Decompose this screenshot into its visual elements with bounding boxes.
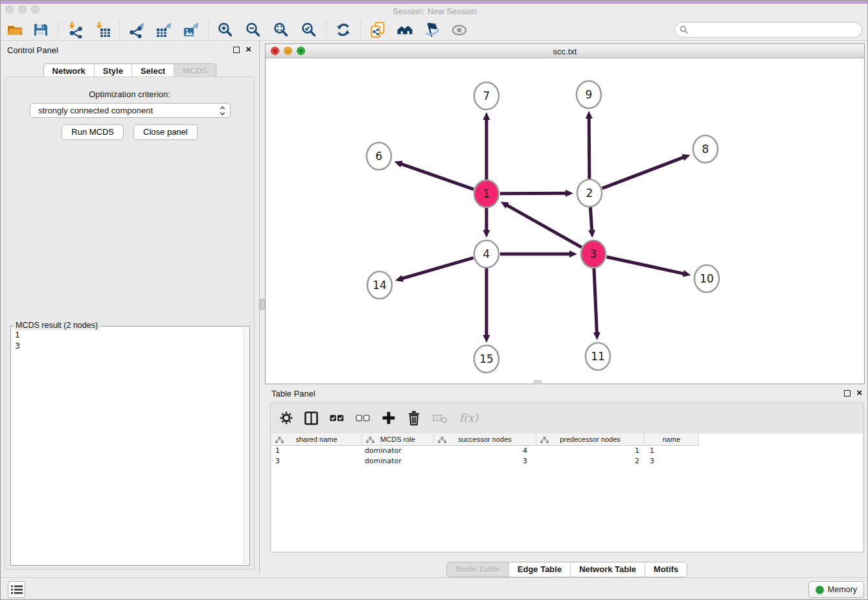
task-history-button[interactable]: [8, 581, 25, 598]
graph-node-8[interactable]: 8: [693, 135, 718, 163]
add-column-icon[interactable]: [382, 411, 396, 425]
first-neighbors-icon[interactable]: [396, 21, 413, 38]
gear-icon[interactable]: [280, 411, 293, 424]
zoom-out-icon[interactable]: [245, 21, 262, 38]
criterion-dropdown[interactable]: strongly connected component: [30, 103, 231, 118]
graph-node-6[interactable]: 6: [367, 143, 391, 170]
graph-edge-3-11[interactable]: [594, 268, 597, 334]
import-network-icon[interactable]: [67, 21, 84, 38]
vertical-splitter-handle[interactable]: [260, 299, 265, 310]
tab-motifs[interactable]: Motifs: [645, 562, 687, 577]
svg-text:4: 4: [483, 248, 490, 260]
tab-edge-table[interactable]: Edge Table: [508, 562, 570, 577]
delete-column-icon[interactable]: [407, 411, 420, 426]
app-window: Session: New Session: [0, 0, 868, 600]
memory-label: Memory: [828, 585, 857, 594]
graph-edge-2-8[interactable]: [602, 157, 685, 188]
dropdown-stepper-icon: [220, 106, 225, 116]
export-network-icon[interactable]: [128, 21, 145, 38]
close-panel-icon[interactable]: ×: [246, 43, 251, 55]
column-header-mcds-role[interactable]: MCDS role: [362, 433, 434, 446]
import-table-icon[interactable]: [94, 21, 111, 38]
graph-edge-arrowhead: [394, 161, 403, 167]
export-image-icon[interactable]: [183, 21, 200, 38]
graph-edge-arrowhead: [483, 230, 490, 238]
graph-node-15[interactable]: 15: [474, 345, 499, 373]
graph-edge-2-3[interactable]: [590, 207, 591, 231]
column-chooser-icon[interactable]: [304, 411, 318, 425]
search-input[interactable]: [674, 22, 862, 38]
list-icon: [10, 584, 23, 595]
mcds-result-text[interactable]: 1 3: [15, 329, 20, 351]
column-header-predecessor-nodes[interactable]: predecessor nodes: [536, 433, 645, 446]
table-header-row: shared name MCDS role successor nodes pr…: [271, 433, 863, 446]
run-mcds-button[interactable]: Run MCDS: [62, 124, 124, 140]
table-row[interactable]: 1 dominator 4 1 1: [271, 446, 863, 456]
graphics-details-icon[interactable]: [451, 21, 468, 38]
graph-node-3[interactable]: 3: [581, 240, 606, 268]
graph-edge-arrowhead: [593, 332, 600, 340]
zoom-fit-icon[interactable]: [273, 21, 290, 38]
graph-node-1[interactable]: 1: [474, 180, 499, 207]
function-builder-icon[interactable]: f(x): [459, 411, 478, 424]
graph-node-7[interactable]: 7: [474, 82, 499, 110]
column-header-name[interactable]: name: [645, 433, 699, 446]
float-panel-icon[interactable]: [233, 47, 240, 53]
titlebar: Session: New Session: [1, 1, 868, 19]
graph-edge-3-1[interactable]: [506, 205, 581, 248]
control-panel-title: Control Panel: [7, 45, 58, 55]
zoom-in-icon[interactable]: [217, 21, 234, 38]
graph-edge-4-14[interactable]: [402, 258, 474, 279]
result-line: 1: [15, 329, 20, 340]
network-window-titlebar[interactable]: ✕ − + scc.txt: [266, 44, 864, 58]
graph-node-14[interactable]: 14: [367, 271, 392, 299]
table-tabs: Node Table Edge Table Network Table Moti…: [265, 562, 868, 577]
control-panel-header: Control Panel ×: [1, 41, 259, 59]
close-table-panel-icon[interactable]: ×: [856, 387, 862, 398]
clone-network-icon[interactable]: [369, 21, 386, 38]
graph-edge-arrowhead: [588, 230, 595, 238]
column-header-successor-nodes[interactable]: successor nodes: [434, 433, 536, 446]
graph-node-9[interactable]: 9: [577, 81, 601, 108]
search-field: [674, 22, 862, 38]
svg-text:11: 11: [591, 350, 605, 363]
float-table-panel-icon[interactable]: [844, 390, 851, 397]
graph-edge-1-6[interactable]: [400, 164, 474, 190]
graph-node-2[interactable]: 2: [577, 179, 602, 207]
graph-node-10[interactable]: 10: [694, 265, 719, 292]
criterion-value: strongly connected component: [38, 106, 153, 115]
node-table: shared name MCDS role successor nodes pr…: [271, 433, 863, 551]
column-header-shared-name[interactable]: shared name: [271, 433, 362, 446]
table-toolbar: f(x): [271, 403, 863, 433]
deselect-all-icon[interactable]: [356, 412, 370, 424]
zoom-selected-icon[interactable]: [301, 21, 317, 38]
tab-node-table[interactable]: Node Table: [447, 562, 508, 577]
graph-node-11[interactable]: 11: [586, 343, 610, 370]
graph-edge-arrowhead: [483, 112, 490, 120]
apply-preferred-layout-icon[interactable]: [335, 21, 352, 38]
svg-text:1: 1: [483, 187, 490, 200]
mcds-result-title: MCDS result (2 nodes): [14, 321, 100, 330]
mcds-result-box: MCDS result (2 nodes) 1 3: [10, 326, 250, 566]
graph-edge-arrowhead: [586, 111, 593, 119]
select-all-icon[interactable]: [330, 412, 344, 424]
network-graph-svg[interactable]: 7968124314101511: [266, 58, 864, 384]
graph-node-4[interactable]: 4: [474, 240, 499, 268]
tab-network-table[interactable]: Network Table: [570, 562, 645, 577]
graph-edge-3-10[interactable]: [607, 257, 685, 273]
open-session-icon[interactable]: [6, 21, 23, 38]
close-panel-button[interactable]: Close panel: [133, 124, 198, 140]
graph-edge-1-2[interactable]: [500, 193, 567, 194]
graph-edge-arrowhead: [395, 275, 404, 282]
memory-button[interactable]: Memory: [808, 581, 864, 598]
select-flagged-icon[interactable]: [424, 21, 440, 38]
delete-table-icon[interactable]: [432, 412, 448, 424]
graph-edge-arrowhead: [683, 270, 691, 277]
result-scrollbar[interactable]: [243, 327, 249, 564]
table-row[interactable]: 3 dominator 3 2 3: [271, 456, 863, 467]
svg-text:3: 3: [590, 248, 597, 260]
save-session-icon[interactable]: [32, 21, 49, 38]
graph-edge-2-9[interactable]: [589, 117, 589, 179]
graph-edge-arrowhead: [681, 154, 690, 161]
export-table-icon[interactable]: [155, 21, 172, 38]
